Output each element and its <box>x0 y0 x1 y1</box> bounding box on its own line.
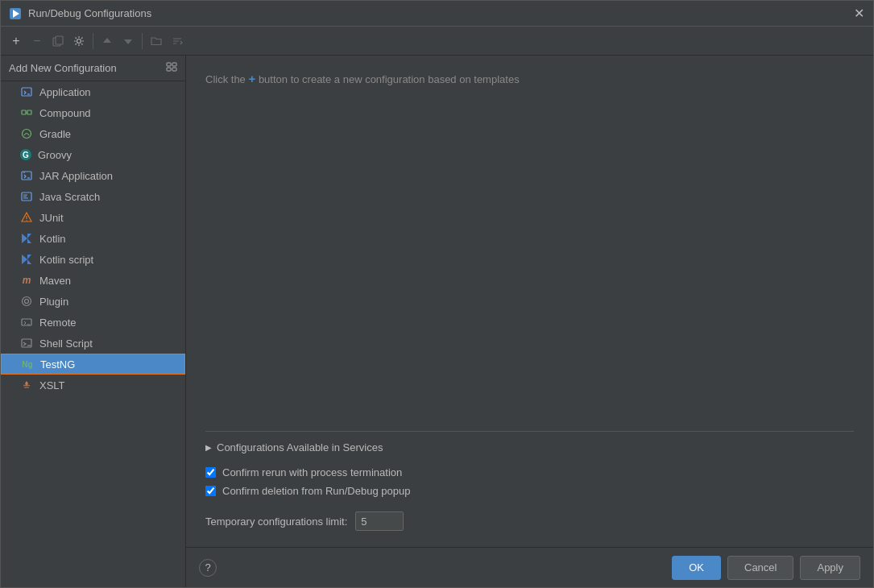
copy-config-button[interactable] <box>48 31 68 51</box>
gradle-icon <box>20 127 33 140</box>
sidebar-item-remote[interactable]: Remote <box>1 312 185 333</box>
shell-script-icon <box>20 337 33 350</box>
title-bar-icon <box>9 7 22 20</box>
sidebar-item-java-scratch[interactable]: Java Scratch <box>1 186 185 207</box>
svg-marker-21 <box>27 255 31 264</box>
sort-button[interactable] <box>168 31 187 51</box>
services-section-toggle[interactable]: ▶ Configurations Available in Services <box>205 441 854 453</box>
move-up-button[interactable] <box>97 31 117 51</box>
svg-rect-13 <box>22 172 31 180</box>
maven-icon: m <box>20 274 33 287</box>
svg-point-17 <box>26 220 27 221</box>
svg-rect-8 <box>172 68 176 71</box>
sidebar-item-testng[interactable]: Ng TestNG <box>1 354 185 375</box>
services-section-label: Configurations Available in Services <box>217 441 383 453</box>
junit-label: JUnit <box>39 212 64 224</box>
sidebar-item-kotlin-script[interactable]: Kotlin script <box>1 249 185 270</box>
maven-label: Maven <box>39 275 71 287</box>
help-icon: ? <box>205 561 210 574</box>
footer-right: OK Cancel Apply <box>672 556 860 580</box>
temp-config-label: Temporary configurations limit: <box>205 516 347 528</box>
confirm-rerun-checkbox[interactable] <box>205 467 216 478</box>
shell-script-label: Shell Script <box>39 337 93 350</box>
close-button[interactable]: ✕ <box>852 7 865 20</box>
remote-icon <box>20 316 33 329</box>
folder-button[interactable] <box>147 31 166 51</box>
checkbox-row-2: Confirm deletion from Run/Debug popup <box>205 485 854 497</box>
kotlin-script-label: Kotlin script <box>39 254 93 266</box>
sidebar-header: Add New Configuration <box>1 56 185 81</box>
sidebar-header-icon <box>166 62 177 74</box>
toolbar-sep-1 <box>93 33 93 49</box>
help-button[interactable]: ? <box>199 559 217 577</box>
sidebar-item-application[interactable]: Application <box>1 81 185 102</box>
svg-rect-11 <box>27 110 31 114</box>
jar-application-label: JAR Application <box>39 170 113 182</box>
hint-text: Click the + button to create a new confi… <box>205 72 854 85</box>
confirm-deletion-checkbox[interactable] <box>205 486 216 496</box>
svg-rect-9 <box>22 88 31 96</box>
sidebar: Add New Configuration <box>1 56 186 587</box>
title-bar-text: Run/Debug Configurations <box>28 7 852 19</box>
content-area: Add New Configuration <box>1 56 873 587</box>
section-divider <box>205 431 854 432</box>
sidebar-item-plugin[interactable]: Plugin <box>1 291 185 312</box>
compound-icon <box>20 106 33 119</box>
sidebar-item-maven[interactable]: m Maven <box>1 270 185 291</box>
toolbar-sep-2 <box>142 33 143 49</box>
hint-suffix: button to create a new configuration bas… <box>259 73 520 85</box>
kotlin-icon <box>20 232 33 245</box>
toolbar: + − <box>1 27 873 56</box>
testng-icon: Ng <box>21 358 34 371</box>
plugin-icon <box>20 295 33 308</box>
svg-marker-20 <box>22 255 27 264</box>
run-debug-configurations-dialog: Run/Debug Configurations ✕ + − <box>0 0 874 588</box>
svg-rect-6 <box>172 63 176 66</box>
svg-point-23 <box>25 300 29 304</box>
sidebar-item-jar-application[interactable]: JAR Application <box>1 165 185 186</box>
footer: ? OK Cancel Apply <box>186 547 873 587</box>
svg-rect-10 <box>22 110 26 114</box>
testng-label: TestNG <box>40 358 75 371</box>
plugin-label: Plugin <box>39 296 68 308</box>
kotlin-label: Kotlin <box>39 233 66 245</box>
application-label: Application <box>39 86 91 98</box>
java-scratch-icon <box>20 190 33 203</box>
xslt-label: XSLT <box>39 379 65 391</box>
remove-config-button[interactable]: − <box>27 31 47 51</box>
hint-prefix: Click the <box>205 73 246 85</box>
junit-icon <box>20 211 33 224</box>
apply-button[interactable]: Apply <box>800 556 860 580</box>
remote-label: Remote <box>39 317 77 329</box>
kotlin-script-icon <box>20 253 33 266</box>
svg-rect-24 <box>22 319 31 325</box>
sidebar-item-groovy[interactable]: G Groovy <box>1 144 185 165</box>
svg-marker-18 <box>22 234 27 243</box>
svg-point-22 <box>23 297 31 306</box>
svg-rect-3 <box>56 36 63 44</box>
confirm-deletion-label: Confirm deletion from Run/Debug popup <box>222 485 410 497</box>
svg-rect-7 <box>167 68 171 71</box>
sidebar-item-gradle[interactable]: Gradle <box>1 123 185 144</box>
confirm-rerun-label: Confirm rerun with process termination <box>222 466 402 478</box>
groovy-label: Groovy <box>38 149 72 161</box>
ok-button[interactable]: OK <box>672 556 721 580</box>
add-new-config-label: Add New Configuration <box>9 62 117 74</box>
sidebar-item-shell-script[interactable]: Shell Script <box>1 333 185 354</box>
add-config-button[interactable]: + <box>6 31 26 51</box>
spacer <box>205 85 854 431</box>
svg-point-4 <box>77 39 81 43</box>
sidebar-item-junit[interactable]: JUnit <box>1 207 185 228</box>
sidebar-item-kotlin[interactable]: Kotlin <box>1 228 185 249</box>
sidebar-item-compound[interactable]: Compound <box>1 102 185 123</box>
settings-button[interactable] <box>69 31 89 51</box>
svg-marker-19 <box>27 234 31 243</box>
java-scratch-label: Java Scratch <box>39 191 100 203</box>
move-down-button[interactable] <box>118 31 138 51</box>
sidebar-item-xslt[interactable]: XSLT <box>1 375 185 395</box>
cancel-button[interactable]: Cancel <box>727 556 793 580</box>
toggle-arrow-icon: ▶ <box>205 443 212 452</box>
jar-icon <box>20 169 33 182</box>
temp-config-input[interactable] <box>355 511 404 531</box>
hint-plus: + <box>248 72 255 85</box>
